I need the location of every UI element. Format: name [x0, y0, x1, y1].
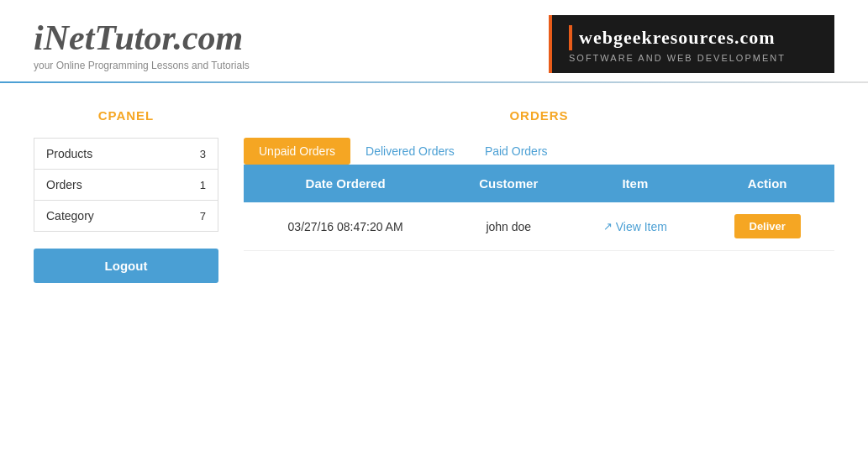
sidebar-item-products[interactable]: Products 3 [34, 138, 218, 170]
header: iNetTutor.com your Online Programming Le… [0, 0, 868, 81]
banner-top: webgeekresources.com [569, 25, 776, 50]
banner: webgeekresources.com SOFTWARE AND WEB DE… [549, 15, 834, 73]
sidebar-item-label-products: Products [46, 147, 92, 160]
deliver-button[interactable]: Deliver [734, 214, 801, 238]
sidebar-badge-orders: 1 [200, 179, 206, 191]
main-content: CPANEL Products 3 Orders 1 Category 7 Lo… [0, 83, 868, 308]
orders-table: Date Ordered Customer Item Action 03/27/… [244, 165, 834, 251]
cell-customer: john doe [447, 202, 570, 251]
table-header-row: Date Ordered Customer Item Action [244, 165, 834, 202]
logo-subtitle: your Online Programming Lessons and Tuto… [34, 60, 250, 71]
tab-delivered-orders[interactable]: Delivered Orders [350, 138, 470, 165]
sidebar-item-category[interactable]: Category 7 [34, 201, 218, 232]
tab-unpaid-orders[interactable]: Unpaid Orders [244, 138, 350, 165]
table-row: 03/27/16 08:47:20 AM john doe ↗ View Ite… [244, 202, 834, 251]
col-header-customer: Customer [447, 165, 570, 202]
orders-panel: ORDERS Unpaid Orders Delivered Orders Pa… [244, 108, 834, 283]
view-item-label: View Item [616, 220, 667, 233]
site-logo: iNetTutor.com your Online Programming Le… [34, 18, 250, 71]
sidebar-item-label-orders: Orders [46, 178, 82, 191]
cpanel-title: CPANEL [34, 108, 218, 123]
sidebar-item-orders[interactable]: Orders 1 [34, 170, 218, 201]
col-header-action: Action [700, 165, 834, 202]
cell-date: 03/27/16 08:47:20 AM [244, 202, 447, 251]
banner-sub-text: SOFTWARE AND WEB DEVELOPMENT [569, 53, 786, 63]
cell-action: Deliver [700, 202, 834, 251]
sidebar: CPANEL Products 3 Orders 1 Category 7 Lo… [34, 108, 218, 283]
external-link-icon: ↗ [603, 220, 613, 233]
sidebar-item-label-category: Category [46, 209, 94, 223]
cell-item: ↗ View Item [570, 202, 700, 251]
banner-bar-icon [569, 25, 572, 50]
orders-title: ORDERS [244, 108, 834, 123]
sidebar-badge-products: 3 [200, 148, 206, 160]
banner-main-text: webgeekresources.com [579, 27, 776, 49]
tab-paid-orders[interactable]: Paid Orders [470, 138, 563, 165]
logout-button[interactable]: Logout [34, 249, 218, 283]
view-item-link[interactable]: ↗ View Item [603, 220, 667, 233]
sidebar-badge-category: 7 [200, 210, 206, 223]
orders-tabs: Unpaid Orders Delivered Orders Paid Orde… [244, 138, 834, 165]
logo-title: iNetTutor.com [34, 18, 250, 58]
col-header-item: Item [570, 165, 700, 202]
col-header-date: Date Ordered [244, 165, 447, 202]
